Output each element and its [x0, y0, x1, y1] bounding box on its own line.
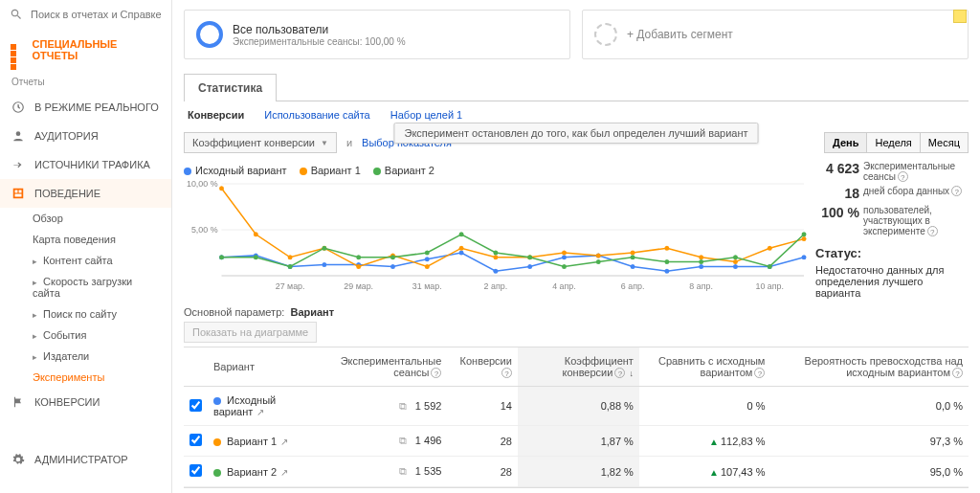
period-day[interactable]: День [824, 132, 868, 153]
row-checkbox[interactable] [189, 464, 202, 477]
subtab-conversions[interactable]: Конверсии [188, 109, 244, 121]
sub-experiments[interactable]: Эксперименты [0, 367, 171, 388]
th-prob[interactable]: Вероятность превосходства над исходным в… [770, 347, 969, 387]
primary-dimension: Основной параметр: Вариант [184, 299, 969, 322]
th-sessions[interactable]: Экспериментальные сеансы? [306, 347, 447, 387]
svg-point-26 [459, 251, 464, 256]
svg-point-65 [562, 264, 567, 269]
svg-point-68 [664, 259, 669, 264]
svg-point-61 [425, 251, 430, 256]
copy-icon[interactable]: ⧉ [399, 435, 407, 446]
status-text: Недостаточно данных для определения лучш… [815, 264, 969, 299]
reports-section-label: Отчеты [0, 71, 171, 93]
metric-dropdown[interactable]: Коэффициент конверсии ▼ [184, 132, 337, 153]
sub-overview[interactable]: Обзор [0, 208, 171, 229]
svg-point-72 [802, 232, 807, 236]
nav-audience[interactable]: АУДИТОРИЯ [0, 122, 171, 150]
segment-all-users[interactable]: Все пользователи Экспериментальные сеанс… [184, 10, 570, 59]
svg-text:6 апр.: 6 апр. [621, 281, 645, 291]
help-icon[interactable]: ? [501, 368, 512, 378]
svg-point-60 [390, 255, 395, 259]
svg-point-24 [390, 264, 395, 269]
svg-point-67 [631, 255, 635, 259]
help-icon[interactable]: ? [431, 368, 441, 378]
svg-point-34 [733, 264, 738, 269]
note-indicator[interactable] [953, 10, 967, 23]
subtab-usage[interactable]: Использование сайта [264, 109, 369, 121]
svg-text:31 мар.: 31 мар. [412, 281, 442, 291]
svg-rect-3 [15, 190, 18, 193]
external-link-icon[interactable]: ↗ [280, 467, 288, 478]
svg-point-45 [493, 255, 498, 259]
svg-point-39 [288, 255, 293, 259]
th-compare[interactable]: Сравнить с исходным вариантом? [639, 347, 771, 387]
sub-sitesearch[interactable]: Поиск по сайту [0, 303, 171, 325]
help-icon[interactable]: ? [898, 171, 908, 182]
variant-name: Вариант 1 [227, 436, 277, 447]
svg-point-28 [527, 264, 532, 269]
table-row: Вариант 1↗⧉ 1 496281,87 %▲112,83 %97,3 % [184, 426, 969, 457]
segment-add[interactable]: + Добавить сегмент [582, 10, 969, 59]
row-checkbox[interactable] [189, 399, 202, 412]
stat-days-n: 18 [815, 186, 859, 201]
clock-icon [11, 101, 25, 114]
th-conversions[interactable]: Конверсии? [447, 347, 518, 387]
nav-conversions[interactable]: КОНВЕРСИИ [0, 388, 171, 416]
copy-icon[interactable]: ⧉ [399, 465, 407, 477]
nav-acquisition[interactable]: ИСТОЧНИКИ ТРАФИКА [0, 150, 171, 179]
help-icon[interactable]: ? [614, 368, 625, 378]
dashboard-icon [10, 43, 23, 56]
svg-point-41 [356, 264, 361, 269]
nav-behavior[interactable]: ПОВЕДЕНИЕ [0, 179, 171, 208]
sidebar-search[interactable] [0, 0, 171, 29]
help-icon[interactable]: ? [927, 226, 938, 236]
sub-publisher[interactable]: Издатели [0, 346, 171, 367]
sub-flow[interactable]: Карта поведения [0, 229, 171, 250]
segment-circle-icon [196, 21, 223, 48]
row-checkbox[interactable] [189, 434, 202, 446]
svg-text:4 апр.: 4 апр. [552, 281, 576, 291]
chart-toolbar: Эксперимент остановлен до того, как был … [184, 128, 969, 161]
help-icon[interactable]: ? [952, 368, 963, 378]
behavior-icon [11, 187, 25, 200]
segment-subtitle: Экспериментальные сеансы: 100,00 % [233, 36, 406, 47]
search-input[interactable] [31, 9, 162, 20]
show-on-chart-button[interactable]: Показать на диаграмме [184, 322, 317, 343]
subtab-goals[interactable]: Набор целей 1 [390, 109, 462, 121]
svg-point-69 [699, 259, 703, 264]
svg-point-63 [493, 251, 498, 256]
svg-text:10 апр.: 10 апр. [755, 281, 784, 291]
nav-realtime[interactable]: В РЕЖИМЕ РЕАЛЬНОГО [0, 93, 171, 122]
svg-point-62 [459, 232, 464, 236]
add-circle-icon [594, 23, 617, 46]
external-link-icon[interactable]: ↗ [280, 437, 288, 447]
svg-point-27 [493, 269, 498, 274]
copy-icon[interactable]: ⧉ [399, 400, 407, 412]
flag-icon [11, 395, 25, 409]
sidebar: СПЕЦИАЛЬНЫЕ ОТЧЕТЫ Отчеты В РЕЖИМЕ РЕАЛЬ… [0, 0, 172, 493]
special-reports[interactable]: СПЕЦИАЛЬНЫЕ ОТЧЕТЫ [0, 29, 171, 71]
sub-speed[interactable]: Скорость загрузки сайта [0, 271, 171, 303]
period-week[interactable]: Неделя [866, 132, 920, 153]
help-icon[interactable]: ? [754, 368, 765, 378]
th-variant[interactable]: Вариант [208, 347, 306, 387]
svg-point-47 [562, 251, 567, 256]
period-month[interactable]: Месяц [920, 132, 969, 153]
svg-point-57 [288, 264, 293, 269]
svg-text:10,00 %: 10,00 % [187, 179, 218, 189]
external-link-icon[interactable]: ↗ [256, 407, 264, 417]
svg-text:5,00 %: 5,00 % [191, 225, 218, 235]
sub-content[interactable]: Контент сайта [0, 250, 171, 271]
legend-dot-original [184, 168, 191, 175]
stats-panel: 4 623Экспериментальные сеансы? 18дней сб… [815, 161, 969, 299]
svg-point-49 [631, 251, 635, 256]
nav-admin[interactable]: АДМИНИСТРАТОР [0, 445, 171, 474]
svg-point-37 [219, 186, 224, 190]
th-rate[interactable]: Коэффициент конверсии?↓ [518, 347, 639, 387]
variant-dot [213, 469, 221, 477]
sub-events[interactable]: События [0, 325, 171, 346]
help-icon[interactable]: ? [951, 186, 962, 196]
tab-statistics[interactable]: Статистика [184, 74, 277, 101]
svg-point-44 [459, 246, 464, 251]
main-content: Все пользователи Экспериментальные сеанс… [172, 0, 980, 493]
